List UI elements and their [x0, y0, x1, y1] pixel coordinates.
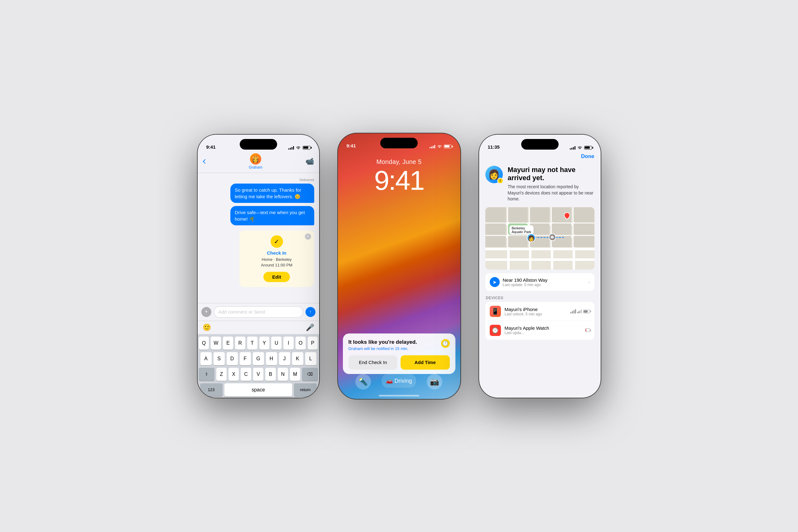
checkin-title-group: Mayuri may not have arrived yet. The mos… — [508, 166, 594, 203]
wifi-icon-lock — [437, 145, 442, 148]
key-y[interactable]: Y — [259, 337, 270, 350]
key-r[interactable]: R — [235, 337, 245, 350]
flashlight-icon[interactable]: 🔦 — [355, 374, 371, 390]
key-t[interactable]: T — [247, 337, 258, 350]
lockscreen-screen: 9:41 Monday, June 5 9:4 — [338, 133, 460, 399]
message-bubble-row-2: Drive safe—text me when you get home! 🌴 — [203, 206, 314, 225]
key-q[interactable]: Q — [199, 337, 209, 350]
contact-avatar: 👸 — [250, 153, 261, 165]
phone-lockscreen: 9:41 Monday, June 5 9:4 — [338, 133, 460, 399]
location-row[interactable]: ➤ Near 190 Allston Way Last update: 5 mi… — [485, 273, 594, 291]
add-attachment-button[interactable]: + — [202, 307, 211, 317]
key-v[interactable]: V — [253, 368, 263, 381]
signal-icon-checkin — [570, 146, 575, 150]
iphone-wifi — [570, 309, 576, 314]
check-in-card: ✕ ✓ Check In Home · Berkeley Around 11:0… — [240, 230, 314, 287]
key-m[interactable]: M — [290, 368, 300, 381]
watch-text: Mayuri's Apple Watch Last upda... — [505, 325, 581, 335]
location-update-time: Last update: 5 min ago — [503, 283, 585, 287]
map-block — [530, 207, 550, 222]
edit-button[interactable]: Edit — [263, 272, 290, 282]
driving-icon[interactable]: 🚗 Driving — [382, 374, 416, 388]
map-street — [485, 248, 594, 250]
key-u[interactable]: U — [271, 337, 282, 350]
status-icons-messages — [288, 146, 310, 150]
watch-battery-fill — [586, 329, 586, 331]
battery-fill-messages — [303, 147, 308, 149]
message-bubble-1: So great to catch up. Thanks for letting… — [230, 184, 314, 203]
check-in-location: Home · Berkeley — [262, 257, 291, 262]
emoji-button[interactable]: 🙂 — [203, 323, 211, 331]
key-b[interactable]: B — [265, 368, 276, 381]
key-l[interactable]: L — [305, 352, 317, 365]
end-check-in-button[interactable]: End Check In — [348, 355, 398, 369]
key-x[interactable]: X — [228, 368, 239, 381]
map-block — [552, 224, 571, 235]
key-return[interactable]: return — [294, 383, 317, 396]
map-block — [508, 236, 528, 247]
location-name: Near 190 Allston Way — [503, 278, 585, 283]
iphone-time: Last unlock: 5 min ago — [505, 312, 567, 316]
status-time-lock: 9:41 — [347, 143, 356, 148]
message-input-field[interactable]: Add comment or Send — [214, 306, 303, 318]
check-in-title: Check In — [244, 250, 309, 255]
key-o[interactable]: O — [296, 337, 306, 350]
check-in-close-button[interactable]: ✕ — [305, 233, 311, 240]
send-button[interactable]: ↑ — [305, 307, 316, 317]
key-g[interactable]: G — [253, 352, 264, 365]
contact-name[interactable]: Graham — [249, 165, 262, 170]
done-button[interactable]: Done — [581, 153, 594, 159]
messages-body: Delivered So great to catch up. Thanks f… — [197, 173, 319, 303]
iphone-indicators — [570, 309, 590, 314]
message-bubble-2: Drive safe—text me when you get home! 🌴 — [230, 206, 314, 225]
key-numbers[interactable]: 123 — [200, 383, 223, 396]
home-indicator-lock — [379, 395, 419, 396]
watch-name: Mayuri's Apple Watch — [505, 325, 581, 331]
iphone-battery — [583, 310, 590, 313]
secondary-location-dot: ⌚ — [549, 233, 556, 241]
key-delete[interactable]: ⌫ — [302, 368, 318, 381]
camera-icon[interactable]: 📷 — [427, 374, 442, 390]
status-icons-lock — [430, 145, 452, 148]
checkin-subtitle: The most recent location reported by May… — [508, 184, 594, 202]
watch-indicators — [585, 328, 590, 332]
iphone-signal — [577, 309, 582, 313]
key-p[interactable]: P — [308, 337, 318, 350]
key-d[interactable]: D — [227, 352, 238, 365]
map-view: 👩 ⌚ BerkeleyAquatic Park — [485, 207, 594, 270]
lock-sheet-buttons: End Check In Add Time — [348, 355, 450, 369]
key-c[interactable]: C — [241, 368, 251, 381]
key-s[interactable]: S — [213, 352, 225, 365]
key-f[interactable]: F — [240, 352, 251, 365]
key-shift[interactable]: ⇧ — [198, 368, 214, 381]
mic-button[interactable]: 🎤 — [306, 323, 314, 331]
lock-sheet-subtitle: Graham will be notified in 15 min. — [348, 346, 417, 351]
key-z[interactable]: Z — [216, 368, 227, 381]
back-button[interactable] — [203, 159, 206, 164]
add-time-button[interactable]: Add Time — [401, 355, 450, 369]
key-j[interactable]: J — [279, 352, 290, 365]
key-i[interactable]: I — [283, 337, 293, 350]
watch-time: Last upda... — [505, 331, 581, 335]
mayuri-avatar: 👩 ! — [485, 166, 503, 183]
key-e[interactable]: E — [223, 337, 233, 350]
key-h[interactable]: H — [266, 352, 277, 365]
dynamic-island-lock — [380, 138, 418, 148]
key-k[interactable]: K — [292, 352, 303, 365]
phone-messages: 9:41 — [197, 135, 319, 398]
messages-screen: 9:41 — [197, 135, 319, 398]
video-call-button[interactable]: 📹 — [305, 157, 314, 166]
key-w[interactable]: W — [211, 337, 221, 350]
message-input-bar: + Add comment or Send ↑ — [197, 303, 319, 321]
key-space[interactable]: space — [225, 383, 292, 396]
contact-info: 👸 Graham — [249, 153, 262, 170]
devices-section: DEVICES 📱 Mayuri's iPhone Last unlock: 5… — [485, 296, 594, 340]
key-n[interactable]: N — [278, 368, 288, 381]
key-a[interactable]: A — [201, 352, 212, 365]
dynamic-island-messages — [240, 139, 277, 150]
clock-icon: 🕐 — [441, 339, 450, 348]
check-in-icon: ✓ — [270, 235, 283, 248]
signal-icon-lock — [430, 145, 435, 148]
checkin-content: 11:35 Done — [479, 135, 601, 398]
iphone-icon: 📱 — [490, 306, 501, 317]
